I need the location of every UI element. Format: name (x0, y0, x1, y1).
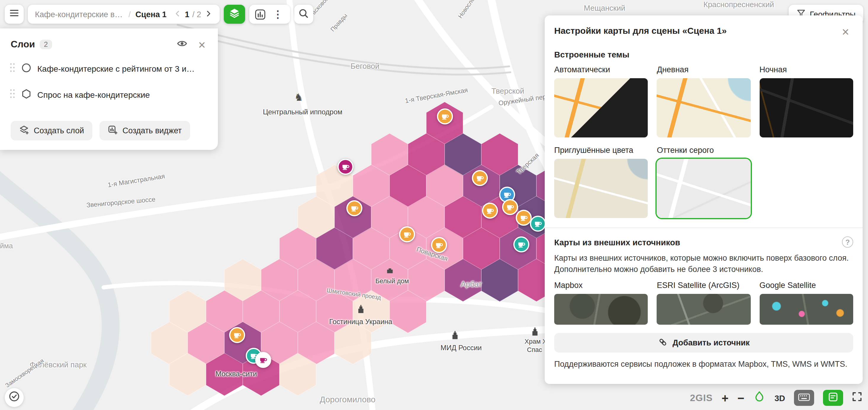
more-options-button[interactable]: ⋮ (270, 8, 286, 21)
map-label: Звенигородское шоссе (86, 196, 156, 209)
map-label: Новослободская (457, 0, 489, 19)
layer-row[interactable]: Кафе-кондитерские с рейтингом от 3 и … (0, 56, 218, 82)
prev-scene-button[interactable] (174, 9, 182, 19)
layers-icon (228, 7, 240, 21)
layers-panel-close-button[interactable]: × (194, 37, 210, 52)
cup-icon (476, 174, 484, 182)
hex-cell (335, 259, 371, 301)
map-label: 1-я Тверская-Ямская (404, 86, 468, 104)
widgets-button[interactable] (253, 6, 268, 22)
map-label: Гостиница Украина (329, 318, 392, 326)
hex-cell (426, 165, 463, 207)
link-icon (658, 337, 668, 349)
cafe-marker-orange[interactable] (502, 199, 518, 215)
breadcrumb-project[interactable]: Кафе-кондитерские в … (35, 10, 124, 19)
cafe-marker-orange[interactable] (472, 170, 488, 186)
cafe-marker-magenta[interactable] (338, 159, 353, 175)
next-scene-button[interactable] (204, 9, 213, 19)
theme-tile-auto[interactable] (554, 78, 648, 138)
drag-handle-icon[interactable] (9, 88, 16, 101)
map-label: МИД России (440, 344, 482, 352)
legend-button[interactable] (823, 390, 843, 406)
hex-cell (169, 353, 206, 396)
hex-cell (188, 322, 224, 364)
keyboard-shortcuts-button[interactable] (794, 390, 814, 406)
theme-item-muted: Приглушённые цвета (554, 146, 648, 218)
add-source-label: Добавить источник (673, 339, 750, 348)
cup-icon (233, 331, 241, 339)
hex-cell (408, 133, 445, 176)
cup-icon (435, 241, 443, 249)
map-settings-panel: Настройки карты для сцены «Сцена 1» × Вс… (545, 16, 863, 384)
search-button[interactable] (294, 5, 313, 24)
cup-icon (503, 191, 511, 199)
hex-cell (279, 228, 316, 270)
breadcrumb-separator: / (128, 10, 131, 19)
theme-tile-gray[interactable] (657, 159, 751, 218)
source-tile-mapbox[interactable] (554, 294, 648, 325)
add-source-button[interactable]: Добавить источник (554, 333, 853, 353)
cafe-marker-orange[interactable] (229, 327, 245, 343)
create-layer-button[interactable]: Создать слой (11, 121, 92, 140)
theme-label: Дневная (657, 65, 751, 74)
hex-cell (371, 133, 408, 176)
fullscreen-button[interactable] (852, 392, 862, 404)
3d-mode-button[interactable]: 3D (774, 393, 785, 403)
search-icon (298, 7, 309, 21)
hex-cell (206, 290, 243, 333)
check-circle-icon (8, 390, 20, 405)
close-icon: × (842, 25, 849, 38)
tower-icon (358, 304, 364, 316)
external-sources-header: Карты из внешних источников ? (554, 236, 853, 248)
cafe-marker-orange[interactable] (482, 203, 498, 218)
zoom-in-button[interactable]: + (721, 392, 728, 404)
source-item-mapbox: Mapbox (554, 281, 648, 325)
layer-row[interactable]: Спрос на кафе-кондитерские (0, 82, 218, 108)
cafe-marker-orange[interactable] (346, 200, 362, 216)
cafe-marker-orange[interactable] (399, 226, 415, 242)
hex-cell (261, 259, 298, 301)
zoom-out-button[interactable]: − (738, 392, 744, 404)
map-label: Дорогомилово (320, 394, 375, 404)
help-icon[interactable]: ? (842, 236, 853, 248)
hex-cell (279, 290, 316, 333)
source-tile-google[interactable] (760, 294, 853, 325)
theme-item-auto: Автоматически (554, 65, 648, 138)
cafe-marker-teal[interactable] (530, 216, 546, 232)
settings-title: Настройки карты для сцены «Сцена 1» (554, 24, 727, 35)
cafe-marker-orange[interactable] (516, 210, 532, 226)
layers-toggle-button[interactable] (224, 5, 245, 24)
hex-cell (445, 259, 482, 301)
theme-tile-muted[interactable] (554, 159, 648, 218)
hex-cell (243, 290, 279, 333)
drag-handle-icon[interactable] (9, 62, 16, 75)
hex-cell (169, 290, 206, 333)
external-sources-title: Карты из внешних источников (554, 237, 680, 247)
external-sources-description: Карты из внешних источников, которые мож… (554, 253, 853, 275)
breadcrumb-scene[interactable]: Сцена 1 (135, 10, 167, 19)
hex-cell (445, 133, 482, 176)
bottom-left-toggle-button[interactable] (5, 388, 24, 407)
layer-label: Спрос на кафе-кондитерские (37, 90, 150, 99)
theme-tile-night[interactable] (760, 78, 853, 138)
settings-close-button[interactable]: × (838, 24, 853, 39)
map-label: Центральный ипподром (263, 108, 343, 116)
cafe-marker-orange[interactable] (431, 237, 447, 253)
main-menu-button[interactable] (5, 5, 24, 24)
cafe-marker-white[interactable] (255, 352, 271, 368)
cup-icon (259, 356, 267, 364)
cafe-marker-orange[interactable] (437, 109, 453, 124)
layers-panel: Слои 2 × Кафе-кондитерские с рейтингом о… (0, 28, 218, 150)
cup-icon (403, 231, 411, 238)
map-label: Тверская (515, 151, 540, 175)
source-tile-esri[interactable] (657, 294, 751, 325)
keyboard-icon (798, 392, 810, 403)
scene-pager: 1 / 2 (174, 9, 213, 19)
toggle-all-visibility-button[interactable] (174, 37, 189, 52)
theme-item-night: Ночная (760, 65, 853, 138)
create-widget-button[interactable]: Создать виджет (99, 121, 190, 140)
cup-icon (520, 214, 528, 222)
fire-icon[interactable] (753, 390, 766, 405)
theme-tile-day[interactable] (657, 78, 751, 138)
cafe-marker-teal[interactable] (513, 236, 529, 253)
